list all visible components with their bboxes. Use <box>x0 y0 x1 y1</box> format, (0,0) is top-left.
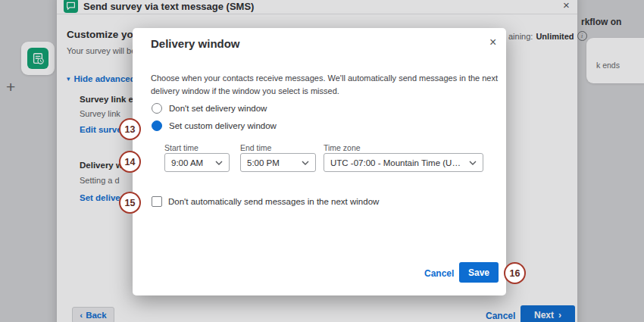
end-time-select[interactable]: 5:00 PM <box>240 153 316 172</box>
checkbox-unchecked-icon[interactable] <box>152 196 162 207</box>
next-window-checkbox-label: Don't automatically send messages in the… <box>168 197 379 206</box>
annotation-badge-15: 15 <box>119 192 141 214</box>
delivery-modal-description: Choose when your contacts receive messag… <box>151 72 498 98</box>
radio-dont-set-label: Don't set delivery window <box>169 104 267 113</box>
delivery-window-modal: Delivery window × Choose when your conta… <box>133 28 506 295</box>
start-time-value: 9:00 AM <box>171 158 203 167</box>
start-time-select[interactable]: 9:00 AM <box>164 153 230 172</box>
annotation-badge-14: 14 <box>119 151 141 173</box>
end-time-value: 5:00 PM <box>247 158 280 167</box>
time-zone-label: Time zone <box>324 143 361 152</box>
chevron-down-icon <box>215 161 223 165</box>
radio-custom-label: Set custom delivery window <box>169 121 277 130</box>
chevron-down-icon <box>469 161 477 165</box>
delivery-modal-title: Delivery window <box>151 37 240 50</box>
annotation-badge-13: 13 <box>119 118 141 140</box>
radio-unselected-icon[interactable] <box>152 103 162 114</box>
time-zone-value: UTC -07:00 - Mountain Time (US & Ca... <box>330 158 464 167</box>
delivery-cancel-link[interactable]: Cancel <box>424 268 454 279</box>
radio-dont-set-delivery-window[interactable]: Don't set delivery window <box>152 103 267 114</box>
close-icon[interactable]: × <box>489 36 496 48</box>
time-zone-select[interactable]: UTC -07:00 - Mountain Time (US & Ca... <box>324 153 483 172</box>
chevron-down-icon <box>302 161 309 165</box>
save-button[interactable]: Save <box>459 262 499 283</box>
radio-selected-icon[interactable] <box>152 120 162 131</box>
radio-set-custom-delivery-window[interactable]: Set custom delivery window <box>152 120 277 131</box>
start-time-label: Start time <box>164 143 199 152</box>
annotation-badge-16: 16 <box>504 262 526 284</box>
next-window-checkbox-row[interactable]: Don't automatically send messages in the… <box>152 196 379 207</box>
end-time-label: End time <box>240 143 271 152</box>
